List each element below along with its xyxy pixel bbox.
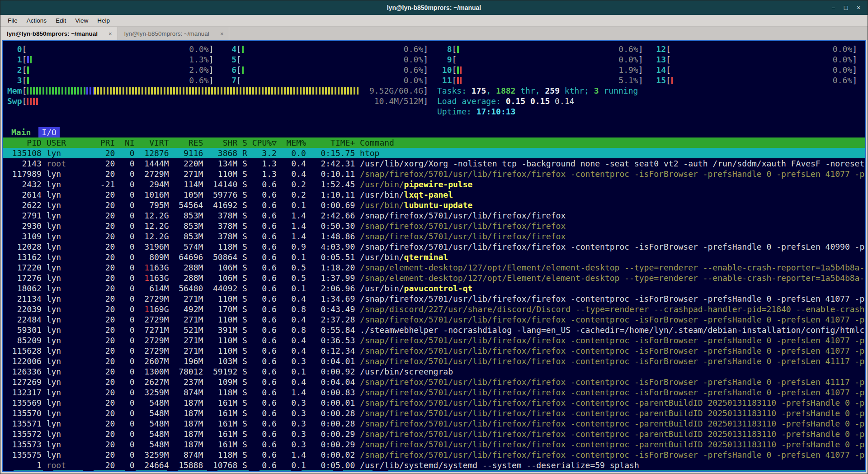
terminal[interactable]: 0[0.0%]4[0.6%]1[1.3%]5[0.0%]2[2.0%]6[0.6… [2, 40, 866, 472]
menu-item-file[interactable]: File [3, 16, 22, 25]
cpu-usage-tick [242, 46, 244, 53]
process-row[interactable]: 2622lyn200795M5456441692S0.60.10:00.69/u… [3, 200, 865, 210]
cpu-meter-3: 3[0.6%] [7, 75, 222, 85]
title-bar[interactable]: lyn@lyn-b850mprors: ~/manual − □ × [0, 0, 868, 15]
tab-close-icon[interactable]: × [108, 30, 112, 37]
terminal-tab[interactable]: lyn@lyn-b850mprors: ~/manual× [0, 27, 118, 40]
process-row[interactable]: 12028lyn2003196M574M118MS0.60.94:03.90/s… [3, 242, 865, 252]
process-row[interactable]: 18062lyn200614M5648044092S0.60.12:06.96/… [3, 283, 865, 294]
process-row[interactable]: 2930lyn20012.2G853M378MS0.61.40:50.30/sn… [3, 221, 865, 231]
process-command: /usr/bin/lxqt-panel [360, 190, 865, 200]
fkey-nice[interactable]: F8Nice + [291, 470, 333, 472]
process-row[interactable]: 115628lyn2002729M271M110MS0.60.40:12.34/… [3, 346, 865, 356]
column-header-shr[interactable]: SHR [208, 137, 237, 148]
process-row[interactable]: 2143root2001444M220M134MS1.30.42:42.31/u… [3, 158, 865, 169]
process-row[interactable]: 59301lyn2007271M521M391MS0.60.80:55.84./… [3, 325, 865, 335]
process-row[interactable]: 135108lyn2001287691163868R3.20.00:15.75h… [3, 148, 865, 158]
process-row[interactable]: 117989lyn2002729M271M110MS1.30.40:10.11/… [3, 169, 865, 179]
fkey-kill[interactable]: F9Kill [333, 470, 373, 472]
process-command: /snap/firefox/5701/usr/lib/firefox/firef… [360, 356, 865, 366]
cpu-meter-8: 8[0.6%] [437, 44, 651, 54]
process-row[interactable]: 13162lyn200809M6469650864S0.60.10:05.51/… [3, 252, 865, 262]
process-row[interactable]: 2432lyn-210294M114M14140S0.60.21:52.45/u… [3, 179, 865, 190]
fkey-quit[interactable]: F10Quit [373, 470, 418, 472]
process-row[interactable]: 127269lyn2002627M237M109MS0.60.40:04.04/… [3, 377, 865, 387]
cpu-meter-6: 6[0.6%] [222, 65, 437, 75]
column-header-s[interactable]: S [242, 137, 247, 148]
process-command: /snap/firefox/5701/usr/lib/firefox/firef… [360, 439, 865, 450]
screen-tab-main[interactable]: Main [8, 127, 34, 137]
close-icon[interactable]: × [853, 2, 864, 13]
process-row[interactable]: 122006lyn2002607M196M103MS0.60.30:04.01/… [3, 356, 865, 366]
process-command: /snap/firefox/5701/usr/lib/firefox/firef… [360, 346, 865, 356]
process-row[interactable]: 22039lyn2001169G492M170MS0.60.80:43.49/s… [3, 304, 865, 314]
uptime-line: Uptime: 17:10:13 [437, 106, 865, 117]
process-row[interactable]: 17276lyn2001163G288M106MS0.60.51:37.99/s… [3, 273, 865, 283]
column-header-cmd[interactable]: Command [360, 137, 865, 148]
process-rows: 135108lyn2001287691163868R3.20.00:15.75h… [3, 148, 865, 470]
htop-meters: 0[0.0%]4[0.6%]1[1.3%]5[0.0%]2[2.0%]6[0.6… [3, 41, 865, 117]
fkey-sortby[interactable]: F6SortBy [207, 470, 249, 472]
column-header-mem[interactable]: MEM% [282, 137, 306, 148]
process-row[interactable]: 135573lyn200548M187M161MS0.60.30:00.29/s… [3, 439, 865, 450]
process-row[interactable]: 135570lyn200548M187M161MS0.60.30:00.28/s… [3, 408, 865, 418]
terminal-tab[interactable]: lyn@lyn-b850mprors: ~/manual× [118, 27, 230, 40]
column-header-time[interactable]: TIME+ [311, 137, 355, 148]
cpu-usage-tick [671, 77, 673, 84]
process-row[interactable]: 135569lyn200548M187M161MS0.60.30:00.01/s… [3, 398, 865, 408]
menu-item-edit[interactable]: Edit [51, 16, 71, 25]
cpu-usage-tick [460, 66, 462, 74]
process-command: /usr/bin/pavucontrol-qt [360, 283, 865, 294]
screen-tab-io[interactable]: I/O [38, 127, 60, 137]
fkey-search[interactable]: F3Search [83, 470, 125, 472]
column-header-res[interactable]: RES [174, 137, 203, 148]
process-row[interactable]: 126336lyn2001300M7801259192S0.60.10:00.9… [3, 366, 865, 377]
fkey-setup[interactable]: F2Setup [43, 470, 83, 472]
cpu-meter-2: 2[2.0%] [7, 65, 222, 75]
column-header-cpu[interactable]: CPU%▽ [252, 137, 277, 148]
process-row[interactable]: 17220lyn2001163G288M106MS0.60.51:18.20/s… [3, 262, 865, 273]
tab-close-icon[interactable]: × [220, 30, 224, 37]
fkey-tree[interactable]: F5Tree [167, 470, 207, 472]
tab-bar: lyn@lyn-b850mprors: ~/manual×lyn@lyn-b85… [0, 27, 868, 40]
meters-right-half: 8[0.6%]12[0.0%]9[0.0%]13[0.0%]10[1.9%]14… [436, 44, 865, 117]
column-header-ni[interactable]: NI [120, 137, 135, 148]
process-command: /usr/lib/xorg/Xorg -nolisten tcp -backgr… [360, 158, 865, 169]
process-row[interactable]: 135572lyn200548M187M161MS0.60.30:00.29/s… [3, 429, 865, 439]
process-row[interactable]: 135571lyn200548M187M161MS0.60.30:00.28/s… [3, 418, 865, 429]
cpu-meter-1: 1[1.3%] [7, 54, 222, 65]
menu-item-actions[interactable]: Actions [22, 16, 51, 25]
process-row[interactable]: 132317lyn2003259M874M118MS0.61.40:00.83/… [3, 387, 865, 398]
process-row[interactable]: 22484lyn2002729M271M110MS0.60.42:37.28/s… [3, 314, 865, 325]
process-row[interactable]: 3109lyn20012.2G853M378MS0.61.41:48.86/sn… [3, 231, 865, 242]
process-command: htop [360, 148, 865, 158]
process-row[interactable]: 85209lyn2002729M271M110MS0.60.40:36.53/s… [3, 335, 865, 346]
menu-bar: FileActionsEditViewHelp [0, 15, 868, 27]
column-header-virt[interactable]: VIRT [140, 137, 169, 148]
process-row[interactable]: 2791lyn20012.2G853M378MS0.61.42:42.66/sn… [3, 210, 865, 221]
menu-item-help[interactable]: Help [93, 16, 114, 25]
fkey-help[interactable]: F1Help [3, 470, 43, 472]
process-row[interactable]: 135575lyn2003259M874M118MS0.61.40:00.02/… [3, 450, 865, 460]
maximize-icon[interactable]: □ [840, 2, 851, 13]
cpu-usage-tick [30, 56, 32, 63]
tab-title: lyn@lyn-b850mprors: ~/manual [7, 30, 98, 37]
function-bar-filler [418, 470, 865, 472]
fkey-filter[interactable]: F4Filter [125, 470, 167, 472]
process-row[interactable]: 1root200246641588810768S0.60.10:05.00/us… [3, 460, 865, 470]
process-row[interactable]: 21134lyn2002729M271M110MS0.60.41:34.69/s… [3, 294, 865, 304]
column-header-user[interactable]: USER [47, 137, 95, 148]
process-command: /usr/bin/qterminal [360, 252, 865, 262]
process-command: /snap/firefox/5701/usr/lib/firefox/firef… [360, 314, 865, 325]
column-header-pri[interactable]: PRI [100, 137, 115, 148]
process-command: /snap/firefox/5701/usr/lib/firefox/firef… [360, 408, 865, 418]
column-header-pid[interactable]: PID [7, 137, 42, 148]
cpu-meter-11: 11[5.1%] [437, 75, 651, 85]
process-row[interactable]: 2614lyn2001016M105M59776S0.60.21:10.11/u… [3, 190, 865, 200]
fkey-nice[interactable]: F7Nice - [249, 470, 291, 472]
process-command: /snap/firefox/5701/usr/lib/firefox/firef… [360, 387, 865, 398]
menu-item-view[interactable]: View [71, 16, 93, 25]
minimize-icon[interactable]: − [828, 2, 839, 13]
process-command: /snap/firefox/5701/usr/lib/firefox/firef… [360, 398, 865, 408]
cpu-usage-tick [27, 77, 29, 84]
